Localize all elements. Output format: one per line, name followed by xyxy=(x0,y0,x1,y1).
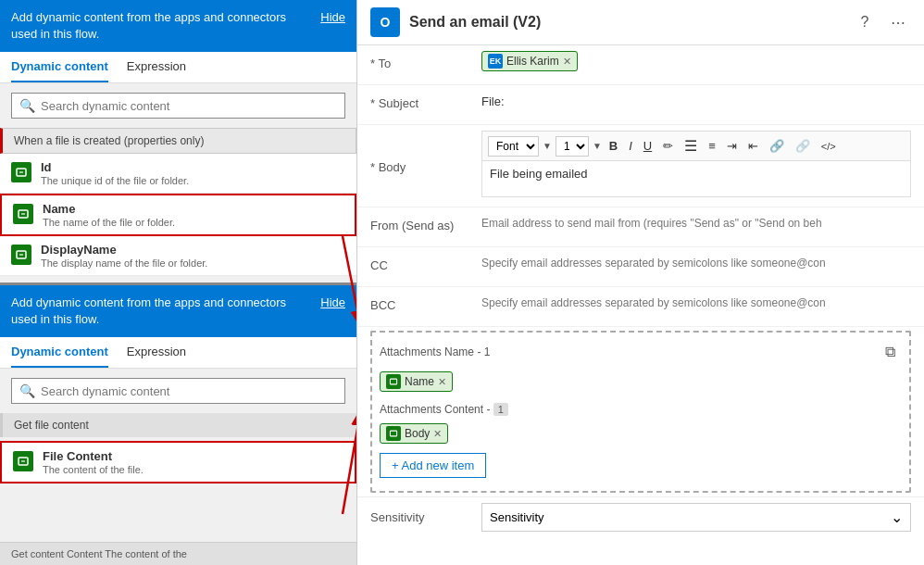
bcc-input[interactable] xyxy=(481,293,911,313)
to-label: * To xyxy=(370,51,481,70)
list-item[interactable]: Id The unique id of the file or folder. xyxy=(0,154,356,194)
tab-dynamic-content-top[interactable]: Dynamic content xyxy=(11,52,108,82)
cc-field[interactable] xyxy=(481,253,911,281)
attachments-content-field[interactable]: Body ✕ xyxy=(380,420,902,447)
cc-input[interactable] xyxy=(481,253,911,273)
add-new-item-button[interactable]: + Add new item xyxy=(380,453,486,478)
list-item[interactable]: DisplayName The display name of the file… xyxy=(0,236,356,276)
bcc-label: BCC xyxy=(370,293,481,312)
hide-button-top[interactable]: Hide xyxy=(320,9,345,26)
cc-row: CC xyxy=(357,247,924,287)
attachments-name-header: Attachments Name - 1 ⧉ xyxy=(380,340,902,364)
item-title-name: Name xyxy=(43,202,343,216)
to-field[interactable]: EK Ellis Karim ✕ xyxy=(481,51,911,79)
attachments-name-field[interactable]: Name ✕ xyxy=(380,368,902,396)
from-input[interactable] xyxy=(481,213,911,233)
code-button[interactable]: </> xyxy=(818,139,840,154)
attach-name-chip-icon xyxy=(386,374,401,389)
font-select[interactable]: Font xyxy=(488,136,539,157)
item-icon-displayname xyxy=(11,245,31,265)
tab-expression-top[interactable]: Expression xyxy=(127,52,186,82)
indent-button[interactable]: ⇥ xyxy=(723,137,741,155)
pencil-button[interactable]: ✏ xyxy=(659,137,677,155)
list-item[interactable]: Name The name of the file or folder. xyxy=(0,194,356,236)
dynamic-content-list-top: When a file is created (properties only)… xyxy=(0,128,356,282)
link-button[interactable]: 🔗 xyxy=(766,137,788,155)
italic-button[interactable]: I xyxy=(625,137,636,155)
copy-icon-button[interactable]: ⧉ xyxy=(878,340,902,364)
sensitivity-label: Sensitivity xyxy=(370,510,481,524)
subject-input[interactable] xyxy=(481,91,911,112)
item-desc-id: The unique id of the file or folder. xyxy=(41,175,345,186)
attach-content-chip-icon xyxy=(386,426,401,441)
to-chip-remove[interactable]: ✕ xyxy=(563,56,571,68)
banner-bottom-text: Add dynamic content from the apps and co… xyxy=(11,295,311,328)
outdent-button[interactable]: ⇤ xyxy=(744,137,762,155)
bold-button[interactable]: B xyxy=(606,137,621,155)
email-form: * To EK Ellis Karim ✕ * Subject * Body xyxy=(357,45,924,565)
font-size-select[interactable]: 12 xyxy=(556,136,589,157)
item-text-id: Id The unique id of the file or folder. xyxy=(41,160,345,186)
item-icon-name xyxy=(13,204,33,224)
bcc-field[interactable] xyxy=(481,293,911,320)
unlink-button[interactable]: 🔗 xyxy=(792,137,814,155)
subject-row: * Subject xyxy=(357,85,924,125)
attach-name-chip-label: Name xyxy=(405,375,434,388)
list-item[interactable]: File Content The content of the file. xyxy=(0,441,356,483)
search-input-bottom[interactable] xyxy=(41,384,337,398)
body-row: * Body Font ▼ 12 ▼ B I U xyxy=(357,125,924,207)
tab-expression-bottom[interactable]: Expression xyxy=(127,337,186,368)
item-text-name: Name The name of the file or folder. xyxy=(43,202,343,228)
search-box-bottom[interactable]: 🔍 xyxy=(11,378,345,404)
search-input-top[interactable] xyxy=(41,99,337,113)
item-text-filecontent: File Content The content of the file. xyxy=(43,449,343,475)
body-label: * Body xyxy=(370,155,481,174)
attachments-section: Attachments Name - 1 ⧉ Name ✕ Attac xyxy=(370,331,911,493)
tabs-row-top: Dynamic content Expression xyxy=(0,52,356,83)
font-size-arrow: ▼ xyxy=(593,141,602,151)
email-form-panel: O Send an email (V2) ? ⋯ * To EK Ellis K… xyxy=(356,0,924,565)
item-text-displayname: DisplayName The display name of the file… xyxy=(41,243,345,269)
help-button[interactable]: ? xyxy=(852,9,878,35)
attachments-name-label: Attachments Name - 1 xyxy=(380,345,490,358)
item-desc-filecontent: The content of the file. xyxy=(43,464,343,475)
attach-content-chip-remove[interactable]: ✕ xyxy=(433,428,442,440)
bottom-hint: Get content Content The content of the xyxy=(0,542,356,565)
to-row: * To EK Ellis Karim ✕ xyxy=(357,45,924,85)
section-header-get-file: Get file content xyxy=(0,413,356,437)
subject-label: * Subject xyxy=(370,91,481,110)
dynamic-content-list-bottom: Get file content File Content The conten… xyxy=(0,413,356,542)
attachments-content-label: Attachments Content - 1 xyxy=(380,403,508,416)
chip-icon-ek: EK xyxy=(488,54,503,69)
body-content[interactable]: File being emailed xyxy=(481,160,911,197)
attachments-content-header: Attachments Content - 1 xyxy=(380,403,902,416)
attachments-content-section: Attachments Content - 1 Body ✕ xyxy=(380,403,902,447)
attach-content-chip[interactable]: Body ✕ xyxy=(380,423,448,444)
item-title-id: Id xyxy=(41,160,345,174)
chevron-down-icon: ⌄ xyxy=(891,508,903,526)
banner-top-text: Add dynamic content from the apps and co… xyxy=(11,9,311,43)
ol-button[interactable]: ≡ xyxy=(705,137,719,155)
underline-button[interactable]: U xyxy=(640,137,656,155)
attach-content-chip-label: Body xyxy=(405,427,430,440)
sensitivity-value: Sensitivity xyxy=(490,510,544,524)
outlook-icon: O xyxy=(370,7,400,37)
sensitivity-select[interactable]: Sensitivity ⌄ xyxy=(481,503,911,532)
ul-button[interactable]: ☰ xyxy=(681,135,701,157)
font-size-indicator: ▼ xyxy=(543,141,552,151)
attach-name-chip[interactable]: Name ✕ xyxy=(380,371,453,392)
search-box-top[interactable]: 🔍 xyxy=(11,93,345,119)
body-toolbar: Font ▼ 12 ▼ B I U ✏ ☰ ≡ ⇥ ⇤ xyxy=(481,131,911,160)
body-text: File being emailed xyxy=(490,167,588,181)
hide-button-bottom[interactable]: Hide xyxy=(320,295,345,311)
item-icon-id xyxy=(11,162,31,182)
from-row: From (Send as) xyxy=(357,207,924,247)
from-field[interactable] xyxy=(481,213,911,241)
subject-field[interactable] xyxy=(481,91,911,119)
more-options-button[interactable]: ⋯ xyxy=(885,9,911,35)
tab-dynamic-content-bottom[interactable]: Dynamic content xyxy=(11,337,108,368)
attach-name-chip-remove[interactable]: ✕ xyxy=(438,376,446,388)
item-title-displayname: DisplayName xyxy=(41,243,345,257)
search-icon-top: 🔍 xyxy=(19,98,35,113)
to-chip[interactable]: EK Ellis Karim ✕ xyxy=(481,51,578,71)
